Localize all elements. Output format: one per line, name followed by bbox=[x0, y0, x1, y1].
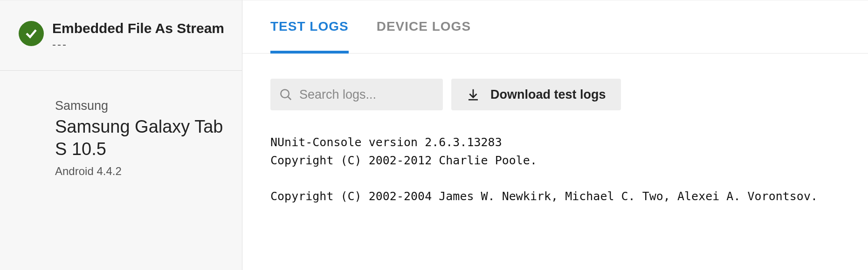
tab-device-logs[interactable]: DEVICE LOGS bbox=[377, 19, 471, 54]
device-os: Android 4.4.2 bbox=[55, 165, 228, 178]
search-icon bbox=[279, 88, 293, 101]
log-output: NUnit-Console version 2.6.3.13283 Copyri… bbox=[242, 129, 868, 220]
device-name: Samsung Galaxy Tab S 10.5 bbox=[55, 116, 228, 160]
test-title: Embedded File As Stream bbox=[52, 20, 224, 37]
status-pass-icon bbox=[19, 21, 44, 46]
download-button-label: Download test logs bbox=[490, 88, 606, 102]
test-subtitle: --- bbox=[52, 38, 224, 51]
tabs: TEST LOGS DEVICE LOGS bbox=[242, 0, 868, 54]
sidebar: Embedded File As Stream --- Samsung Sams… bbox=[0, 0, 242, 270]
download-button[interactable]: Download test logs bbox=[451, 79, 621, 110]
svg-line-1 bbox=[288, 97, 291, 100]
test-title-block: Embedded File As Stream --- bbox=[52, 20, 224, 51]
device-manufacturer: Samsung bbox=[55, 99, 228, 113]
test-header: Embedded File As Stream --- bbox=[0, 0, 242, 71]
device-info: Samsung Samsung Galaxy Tab S 10.5 Androi… bbox=[0, 71, 242, 192]
download-icon bbox=[466, 88, 480, 101]
search-wrap bbox=[270, 79, 443, 110]
toolbar: Download test logs bbox=[242, 54, 868, 129]
tab-test-logs[interactable]: TEST LOGS bbox=[270, 19, 349, 54]
main-panel: TEST LOGS DEVICE LOGS Download test logs… bbox=[242, 0, 868, 270]
search-input[interactable] bbox=[270, 79, 443, 110]
svg-point-0 bbox=[281, 89, 289, 98]
